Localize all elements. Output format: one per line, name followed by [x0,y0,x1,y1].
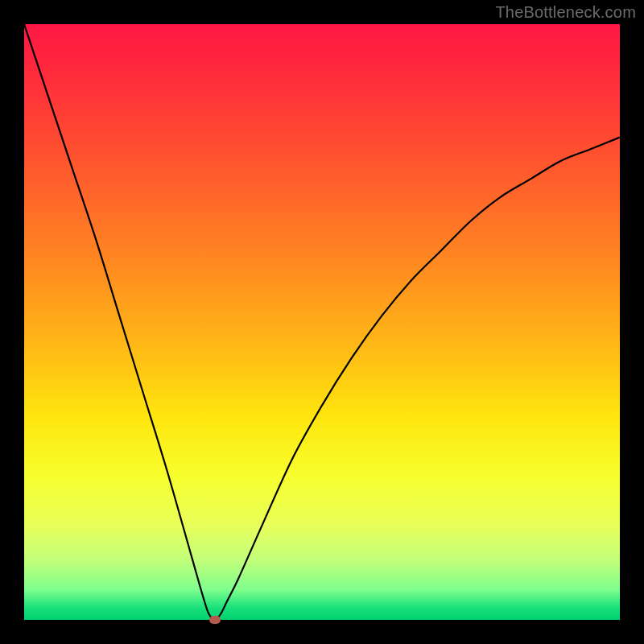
curve-svg [24,24,620,620]
bottleneck-curve [24,24,620,620]
watermark-text: TheBottleneck.com [495,3,636,22]
plot-area [24,24,620,620]
minimum-marker [209,616,221,624]
chart-frame: TheBottleneck.com [0,0,644,644]
